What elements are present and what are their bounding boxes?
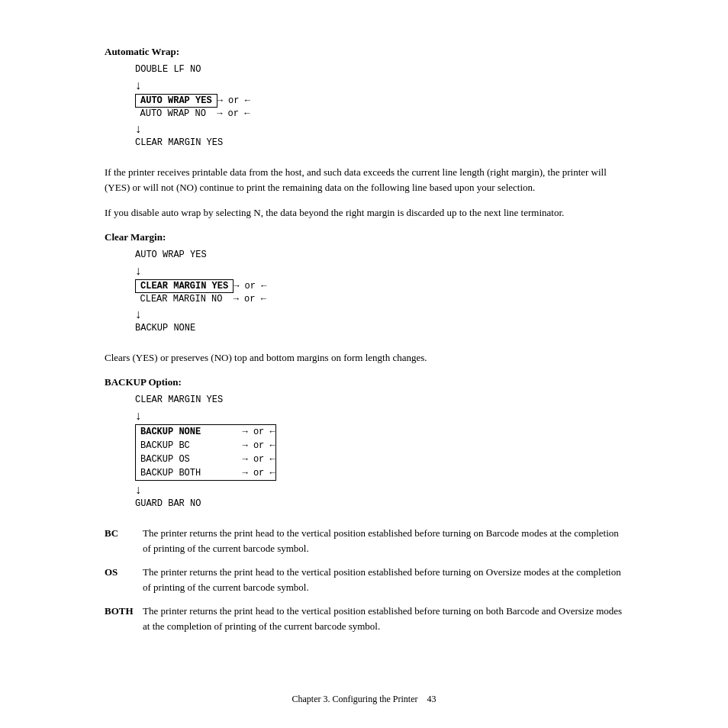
bc-term: BC xyxy=(105,526,143,556)
backup-none: BACKUP NONE xyxy=(136,424,243,439)
backup-both: BACKUP BOTH xyxy=(136,466,243,481)
backup-bc: BACKUP BC xyxy=(136,439,243,453)
arrow-down-4: ↓ xyxy=(135,307,623,321)
backup-menu: BACKUP NONE → or ← BACKUP BC → or ← BACK… xyxy=(135,424,276,481)
clear-margin-context-above: AUTO WRAP YES xyxy=(135,250,623,260)
page: Automatic Wrap: DOUBLE LF NO ↓ AUTO WRAP… xyxy=(105,0,623,728)
auto-wrap-context-below: CLEAR MARGIN YES xyxy=(135,137,623,148)
auto-wrap-context-above: DOUBLE LF NO xyxy=(135,64,623,75)
def-os: OS The printer returns the print head to… xyxy=(105,565,623,594)
backup-title: BACKUP Option: xyxy=(105,376,623,388)
backup-os: BACKUP OS xyxy=(136,453,243,466)
page-footer: Chapter 3. Configuring the Printer 43 xyxy=(105,694,623,705)
menu-row: BACKUP BOTH → or ← xyxy=(136,466,276,481)
backup-none-arrows: → or ← xyxy=(243,424,276,439)
backup-section: BACKUP Option: CLEAR MARGIN YES ↓ BACKUP… xyxy=(105,376,623,509)
clear-margin-no-arrows: → or ← xyxy=(234,293,267,306)
auto-wrap-para-1: If the printer receives printable data f… xyxy=(105,165,623,195)
clear-margin-yes: CLEAR MARGIN YES xyxy=(136,280,234,293)
os-def: The printer returns the print head to th… xyxy=(143,565,623,594)
backup-context-above: CLEAR MARGIN YES xyxy=(135,395,623,405)
auto-wrap-section: Automatic Wrap: DOUBLE LF NO ↓ AUTO WRAP… xyxy=(105,46,623,148)
definitions-list: BC The printer returns the print head to… xyxy=(105,526,623,633)
menu-row: BACKUP NONE → or ← xyxy=(136,424,276,439)
def-both: BOTH The printer returns the print head … xyxy=(105,604,623,633)
auto-wrap-no: AUTO WRAP NO xyxy=(136,108,217,121)
menu-row: CLEAR MARGIN YES → or ← xyxy=(136,280,267,293)
clear-margin-para: Clears (YES) or preserves (NO) top and b… xyxy=(105,350,623,366)
backup-os-arrows: → or ← xyxy=(243,453,276,466)
auto-wrap-title: Automatic Wrap: xyxy=(105,46,623,58)
backup-bc-arrows: → or ← xyxy=(243,439,276,453)
clear-margin-context-below: BACKUP NONE xyxy=(135,323,623,333)
arrow-down-6: ↓ xyxy=(135,482,623,497)
footer-chapter: Chapter 3. Configuring the Printer xyxy=(292,694,418,705)
clear-margin-no: CLEAR MARGIN NO xyxy=(136,293,234,306)
arrow-down-1: ↓ xyxy=(135,78,623,92)
menu-row: BACKUP OS → or ← xyxy=(136,453,276,466)
arrow-down-2: ↓ xyxy=(135,121,623,136)
auto-wrap-yes-arrows: → or ← xyxy=(217,95,250,108)
clear-margin-yes-arrows: → or ← xyxy=(234,280,267,293)
both-def: The printer returns the print head to th… xyxy=(143,604,623,633)
both-term: BOTH xyxy=(105,604,143,633)
arrow-down-5: ↓ xyxy=(135,408,623,423)
backup-context-below: GUARD BAR NO xyxy=(135,498,623,509)
menu-row: AUTO WRAP NO → or ← xyxy=(136,108,250,121)
clear-margin-title: Clear Margin: xyxy=(105,231,623,243)
backup-both-arrows: → or ← xyxy=(243,466,276,481)
os-term: OS xyxy=(105,565,143,594)
auto-wrap-para-2: If you disable auto wrap by selecting N,… xyxy=(105,205,623,221)
auto-wrap-menu: AUTO WRAP YES → or ← AUTO WRAP NO → or ← xyxy=(135,94,250,120)
auto-wrap-yes: AUTO WRAP YES xyxy=(136,95,217,108)
def-bc: BC The printer returns the print head to… xyxy=(105,526,623,556)
menu-row: CLEAR MARGIN NO → or ← xyxy=(136,293,267,306)
footer-page: 43 xyxy=(427,694,436,705)
clear-margin-section: Clear Margin: AUTO WRAP YES ↓ CLEAR MARG… xyxy=(105,231,623,333)
bc-def: The printer returns the print head to th… xyxy=(143,526,623,556)
auto-wrap-no-arrows: → or ← xyxy=(217,108,250,121)
menu-row: AUTO WRAP YES → or ← xyxy=(136,95,250,108)
arrow-down-3: ↓ xyxy=(135,263,623,278)
menu-row: BACKUP BC → or ← xyxy=(136,439,276,453)
clear-margin-menu: CLEAR MARGIN YES → or ← CLEAR MARGIN NO … xyxy=(135,279,266,305)
